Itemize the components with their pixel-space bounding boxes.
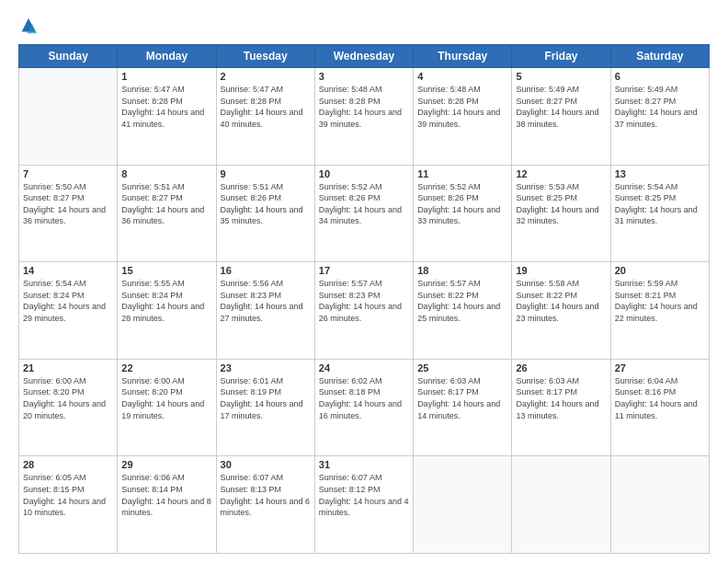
cell-info: Sunrise: 6:02 AMSunset: 8:18 PMDaylight:… — [319, 375, 409, 421]
cell-info: Sunrise: 5:54 AMSunset: 8:24 PMDaylight:… — [23, 278, 113, 324]
day-number: 29 — [121, 459, 211, 470]
day-number: 1 — [121, 71, 211, 82]
calendar-cell: 18Sunrise: 5:57 AMSunset: 8:22 PMDayligh… — [414, 262, 512, 360]
cell-info: Sunrise: 6:01 AMSunset: 8:19 PMDaylight:… — [221, 375, 311, 421]
day-number: 24 — [319, 362, 409, 373]
calendar-cell — [19, 68, 118, 166]
calendar-cell — [512, 456, 610, 554]
weekday-header-tuesday: Tuesday — [216, 45, 314, 68]
cell-info: Sunrise: 5:53 AMSunset: 8:25 PMDaylight:… — [516, 181, 606, 227]
cell-info: Sunrise: 6:07 AMSunset: 8:12 PMDaylight:… — [319, 472, 409, 518]
calendar-cell: 15Sunrise: 5:55 AMSunset: 8:24 PMDayligh… — [118, 262, 216, 360]
calendar-cell: 11Sunrise: 5:52 AMSunset: 8:26 PMDayligh… — [414, 165, 512, 262]
day-number: 22 — [121, 362, 211, 373]
logo — [18, 17, 40, 37]
day-number: 16 — [221, 265, 311, 276]
day-number: 8 — [121, 168, 211, 179]
calendar-cell: 5Sunrise: 5:49 AMSunset: 8:27 PMDaylight… — [512, 68, 610, 166]
page: SundayMondayTuesdayWednesdayThursdayFrid… — [0, 0, 728, 563]
day-number: 20 — [615, 265, 705, 276]
calendar-cell: 8Sunrise: 5:51 AMSunset: 8:27 PMDaylight… — [118, 165, 216, 262]
calendar-cell: 3Sunrise: 5:48 AMSunset: 8:28 PMDaylight… — [314, 68, 413, 166]
cell-info: Sunrise: 5:50 AMSunset: 8:27 PMDaylight:… — [23, 181, 113, 227]
calendar-cell: 21Sunrise: 6:00 AMSunset: 8:20 PMDayligh… — [19, 359, 118, 456]
cell-info: Sunrise: 6:03 AMSunset: 8:17 PMDaylight:… — [417, 375, 507, 421]
cell-info: Sunrise: 5:58 AMSunset: 8:22 PMDaylight:… — [516, 278, 606, 324]
day-number: 14 — [23, 265, 113, 276]
calendar-week-row: 1Sunrise: 5:47 AMSunset: 8:28 PMDaylight… — [19, 68, 710, 166]
calendar-cell — [610, 456, 709, 554]
cell-info: Sunrise: 5:59 AMSunset: 8:21 PMDaylight:… — [615, 278, 705, 324]
calendar-week-row: 28Sunrise: 6:05 AMSunset: 8:15 PMDayligh… — [19, 456, 710, 554]
calendar-cell: 14Sunrise: 5:54 AMSunset: 8:24 PMDayligh… — [19, 262, 118, 360]
weekday-header-friday: Friday — [512, 45, 610, 68]
calendar-cell: 22Sunrise: 6:00 AMSunset: 8:20 PMDayligh… — [118, 359, 216, 456]
calendar-cell: 30Sunrise: 6:07 AMSunset: 8:13 PMDayligh… — [216, 456, 314, 554]
cell-info: Sunrise: 5:51 AMSunset: 8:26 PMDaylight:… — [221, 181, 311, 227]
day-number: 28 — [23, 459, 113, 470]
day-number: 25 — [417, 362, 507, 373]
calendar-cell: 25Sunrise: 6:03 AMSunset: 8:17 PMDayligh… — [414, 359, 512, 456]
weekday-header-sunday: Sunday — [19, 45, 118, 68]
weekday-header-monday: Monday — [118, 45, 216, 68]
day-number: 9 — [221, 168, 311, 179]
cell-info: Sunrise: 5:49 AMSunset: 8:27 PMDaylight:… — [615, 84, 705, 130]
calendar-cell: 13Sunrise: 5:54 AMSunset: 8:25 PMDayligh… — [610, 165, 709, 262]
calendar-header-row: SundayMondayTuesdayWednesdayThursdayFrid… — [19, 45, 710, 68]
day-number: 6 — [615, 71, 705, 82]
day-number: 5 — [516, 71, 606, 82]
cell-info: Sunrise: 5:47 AMSunset: 8:28 PMDaylight:… — [121, 84, 211, 130]
calendar-week-row: 14Sunrise: 5:54 AMSunset: 8:24 PMDayligh… — [19, 262, 710, 360]
calendar-cell: 19Sunrise: 5:58 AMSunset: 8:22 PMDayligh… — [512, 262, 610, 360]
calendar-cell: 9Sunrise: 5:51 AMSunset: 8:26 PMDaylight… — [216, 165, 314, 262]
cell-info: Sunrise: 6:00 AMSunset: 8:20 PMDaylight:… — [121, 375, 211, 421]
cell-info: Sunrise: 6:07 AMSunset: 8:13 PMDaylight:… — [221, 472, 311, 518]
cell-info: Sunrise: 5:49 AMSunset: 8:27 PMDaylight:… — [516, 84, 606, 130]
calendar-cell: 2Sunrise: 5:47 AMSunset: 8:28 PMDaylight… — [216, 68, 314, 166]
day-number: 21 — [23, 362, 113, 373]
cell-info: Sunrise: 5:47 AMSunset: 8:28 PMDaylight:… — [221, 84, 311, 130]
day-number: 2 — [221, 71, 311, 82]
calendar-cell: 7Sunrise: 5:50 AMSunset: 8:27 PMDaylight… — [19, 165, 118, 262]
calendar-cell: 16Sunrise: 5:56 AMSunset: 8:23 PMDayligh… — [216, 262, 314, 360]
calendar-cell: 1Sunrise: 5:47 AMSunset: 8:28 PMDaylight… — [118, 68, 216, 166]
calendar-cell: 31Sunrise: 6:07 AMSunset: 8:12 PMDayligh… — [314, 456, 413, 554]
day-number: 10 — [319, 168, 409, 179]
calendar-cell: 6Sunrise: 5:49 AMSunset: 8:27 PMDaylight… — [610, 68, 709, 166]
day-number: 31 — [319, 459, 409, 470]
calendar-cell: 10Sunrise: 5:52 AMSunset: 8:26 PMDayligh… — [314, 165, 413, 262]
calendar-cell: 20Sunrise: 5:59 AMSunset: 8:21 PMDayligh… — [610, 262, 709, 360]
cell-info: Sunrise: 5:57 AMSunset: 8:22 PMDaylight:… — [417, 278, 507, 324]
weekday-header-thursday: Thursday — [414, 45, 512, 68]
day-number: 18 — [417, 265, 507, 276]
calendar-cell: 26Sunrise: 6:03 AMSunset: 8:17 PMDayligh… — [512, 359, 610, 456]
calendar-cell: 23Sunrise: 6:01 AMSunset: 8:19 PMDayligh… — [216, 359, 314, 456]
day-number: 27 — [615, 362, 705, 373]
calendar-cell: 29Sunrise: 6:06 AMSunset: 8:14 PMDayligh… — [118, 456, 216, 554]
cell-info: Sunrise: 6:00 AMSunset: 8:20 PMDaylight:… — [23, 375, 113, 421]
cell-info: Sunrise: 5:51 AMSunset: 8:27 PMDaylight:… — [121, 181, 211, 227]
cell-info: Sunrise: 5:55 AMSunset: 8:24 PMDaylight:… — [121, 278, 211, 324]
cell-info: Sunrise: 6:05 AMSunset: 8:15 PMDaylight:… — [23, 472, 113, 518]
day-number: 19 — [516, 265, 606, 276]
cell-info: Sunrise: 5:48 AMSunset: 8:28 PMDaylight:… — [319, 84, 409, 130]
day-number: 23 — [221, 362, 311, 373]
cell-info: Sunrise: 6:03 AMSunset: 8:17 PMDaylight:… — [516, 375, 606, 421]
cell-info: Sunrise: 5:52 AMSunset: 8:26 PMDaylight:… — [319, 181, 409, 227]
day-number: 30 — [221, 459, 311, 470]
calendar-cell: 17Sunrise: 5:57 AMSunset: 8:23 PMDayligh… — [314, 262, 413, 360]
day-number: 7 — [23, 168, 113, 179]
weekday-header-saturday: Saturday — [610, 45, 709, 68]
cell-info: Sunrise: 6:06 AMSunset: 8:14 PMDaylight:… — [121, 472, 211, 518]
cell-info: Sunrise: 5:48 AMSunset: 8:28 PMDaylight:… — [417, 84, 507, 130]
day-number: 15 — [121, 265, 211, 276]
day-number: 11 — [417, 168, 507, 179]
calendar-week-row: 7Sunrise: 5:50 AMSunset: 8:27 PMDaylight… — [19, 165, 710, 262]
calendar-cell: 27Sunrise: 6:04 AMSunset: 8:16 PMDayligh… — [610, 359, 709, 456]
day-number: 12 — [516, 168, 606, 179]
cell-info: Sunrise: 5:56 AMSunset: 8:23 PMDaylight:… — [221, 278, 311, 324]
day-number: 17 — [319, 265, 409, 276]
day-number: 26 — [516, 362, 606, 373]
calendar-cell: 24Sunrise: 6:02 AMSunset: 8:18 PMDayligh… — [314, 359, 413, 456]
calendar-cell — [414, 456, 512, 554]
